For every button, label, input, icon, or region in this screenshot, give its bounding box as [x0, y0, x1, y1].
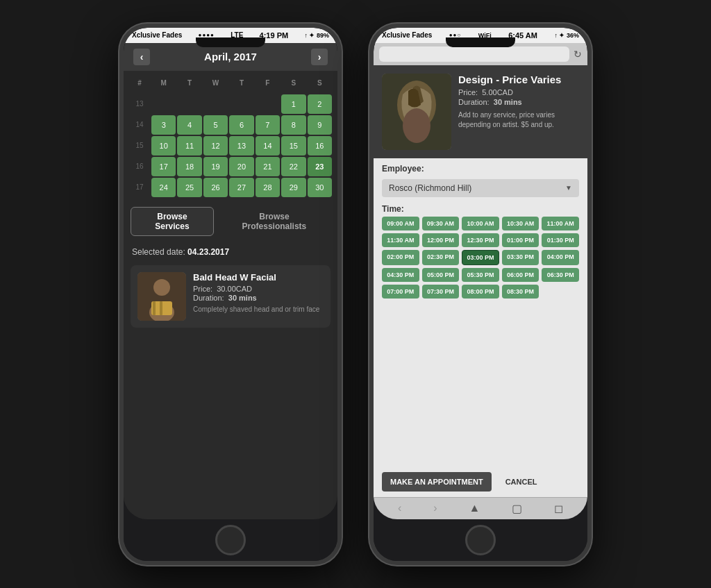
left-home-button[interactable]: [215, 525, 246, 555]
week-13: 13: [129, 94, 150, 114]
calendar-header-row: # M T W T F S S: [129, 74, 332, 93]
share-button[interactable]: ▲: [469, 502, 480, 514]
refresh-icon[interactable]: ↻: [574, 49, 582, 60]
day-23[interactable]: 23: [308, 157, 332, 176]
svg-rect-5: [156, 301, 159, 315]
time-slot-12-30-PM[interactable]: 12:30 PM: [462, 233, 499, 247]
bookmarks-button[interactable]: ▢: [512, 502, 522, 515]
time-slot-05-30-PM[interactable]: 05:30 PM: [462, 268, 499, 282]
time-slot-09-00-AM[interactable]: 09:00 AM: [382, 217, 419, 230]
time-slot-10-00-AM[interactable]: 10:00 AM: [462, 217, 499, 230]
time-slot-03-30-PM[interactable]: 03:30 PM: [502, 250, 539, 265]
day-11[interactable]: 11: [177, 136, 201, 156]
time-slot-12-00-PM[interactable]: 12:00 PM: [422, 233, 460, 247]
time-slot-11-00-AM[interactable]: 11:00 AM: [542, 217, 579, 230]
day-21[interactable]: 21: [256, 157, 280, 176]
selected-date-value: 04.23.2017: [187, 247, 229, 257]
browse-professionals-tab[interactable]: Browse Professionalists: [218, 207, 331, 236]
tab-row: Browse Services Browse Professionalists: [124, 201, 337, 242]
day-10[interactable]: 10: [151, 136, 176, 156]
day-19[interactable]: 19: [203, 157, 228, 176]
day-20[interactable]: 20: [229, 157, 253, 176]
time-slot-08-00-PM[interactable]: 08:00 PM: [462, 285, 499, 299]
prev-month-button[interactable]: ‹: [133, 49, 150, 65]
left-signal: ●●●●: [199, 32, 215, 38]
right-duration-value: 30 mins: [494, 98, 522, 106]
day-24[interactable]: 24: [151, 178, 176, 197]
day-6[interactable]: 6: [229, 115, 253, 135]
cancel-button[interactable]: CANCEL: [497, 472, 546, 492]
day-16[interactable]: 16: [308, 136, 332, 156]
day-30[interactable]: 30: [308, 178, 332, 197]
tabs-button[interactable]: ◻: [554, 502, 563, 515]
back-button[interactable]: ‹: [398, 502, 401, 514]
time-slot-06-00-PM[interactable]: 06:00 PM: [502, 268, 539, 282]
browse-services-tab[interactable]: Browse Services: [131, 207, 214, 236]
day-empty-2: [177, 94, 201, 114]
day-9[interactable]: 9: [308, 115, 332, 135]
price-label: Price:: [193, 285, 212, 293]
day-29[interactable]: 29: [281, 178, 306, 197]
time-slot-08-30-PM[interactable]: 08:30 PM: [502, 285, 539, 299]
service-price: Price: 30.00CAD: [193, 285, 324, 293]
day-empty-1: [151, 94, 176, 114]
service-detail-card: Design - Price Varies Price: 5.00CAD Dur…: [374, 65, 587, 158]
day-7[interactable]: 7: [256, 115, 280, 135]
time-slot-06-30-PM[interactable]: 06:30 PM: [542, 268, 579, 282]
time-slot-05-00-PM[interactable]: 05:00 PM: [422, 268, 460, 282]
day-14[interactable]: 14: [256, 136, 280, 156]
left-network: LTE: [231, 31, 243, 39]
make-appointment-button[interactable]: MAKE AN APPOINTMENT: [382, 472, 492, 492]
svg-point-1: [153, 279, 170, 296]
service-detail-name: Design - Price Varies: [458, 74, 579, 85]
day-22[interactable]: 22: [281, 157, 306, 176]
time-slot-11-30-AM[interactable]: 11:30 AM: [382, 233, 419, 247]
time-slot-01-30-PM[interactable]: 01:30 PM: [542, 233, 579, 247]
time-slot-02-00-PM[interactable]: 02:00 PM: [382, 250, 419, 265]
time-slot-07-30-PM[interactable]: 07:30 PM: [422, 285, 460, 299]
day-4[interactable]: 4: [177, 115, 201, 135]
time-slot-04-00-PM[interactable]: 04:00 PM: [542, 250, 579, 265]
day-26[interactable]: 26: [203, 178, 228, 197]
time-slot-07-00-PM[interactable]: 07:00 PM: [382, 285, 419, 299]
day-5[interactable]: 5: [203, 115, 228, 135]
employee-dropdown[interactable]: Rosco (Richmond Hill) ▼: [382, 179, 579, 197]
day-18[interactable]: 18: [177, 157, 201, 176]
day-empty-3: [203, 94, 228, 114]
browser-address-bar[interactable]: ↻: [374, 43, 587, 65]
service-detail-image: [382, 74, 451, 150]
day-13[interactable]: 13: [229, 136, 253, 156]
day-28[interactable]: 28: [256, 178, 280, 197]
time-grid: 09:00 AM09:30 AM10:00 AM10:30 AM11:00 AM…: [382, 217, 579, 299]
time-slot-03-00-PM[interactable]: 03:00 PM: [462, 250, 499, 265]
service-card[interactable]: Bald Head W Facial Price: 30.00CAD Durat…: [131, 265, 331, 328]
time-slot-04-30-PM[interactable]: 04:30 PM: [382, 268, 419, 282]
day-2[interactable]: 2: [308, 94, 332, 114]
right-price-label: Price:: [458, 88, 478, 96]
day-17[interactable]: 17: [151, 157, 176, 176]
day-empty-4: [229, 94, 253, 114]
col-mon: M: [151, 74, 176, 93]
right-home-button[interactable]: [465, 525, 496, 555]
time-slot-09-30-AM[interactable]: 09:30 AM: [422, 217, 460, 230]
left-phone: Xclusive Fades ●●●● LTE 4:19 PM ↑ ✦ 89% …: [119, 24, 342, 565]
forward-button[interactable]: ›: [433, 502, 437, 514]
calendar-row-5: 17 24 25 26 27 28 29 30: [129, 178, 332, 197]
time-slot-02-30-PM[interactable]: 02:30 PM: [422, 250, 460, 265]
service-detail-price: Price: 5.00CAD: [458, 88, 579, 96]
service-image: [137, 272, 186, 321]
time-slot-10-30-AM[interactable]: 10:30 AM: [502, 217, 539, 230]
next-month-button[interactable]: ›: [311, 49, 328, 65]
day-27[interactable]: 27: [229, 178, 253, 197]
day-8[interactable]: 8: [281, 115, 306, 135]
day-25[interactable]: 25: [177, 178, 201, 197]
service-duration: Duration: 30 mins: [193, 294, 324, 302]
left-carrier: Xclusive Fades: [132, 31, 182, 39]
url-field[interactable]: [379, 47, 569, 62]
day-3[interactable]: 3: [151, 115, 176, 135]
day-15[interactable]: 15: [281, 136, 306, 156]
time-slot-01-00-PM[interactable]: 01:00 PM: [502, 233, 539, 247]
week-17: 17: [129, 178, 150, 197]
day-12[interactable]: 12: [203, 136, 228, 156]
day-1[interactable]: 1: [281, 94, 306, 114]
